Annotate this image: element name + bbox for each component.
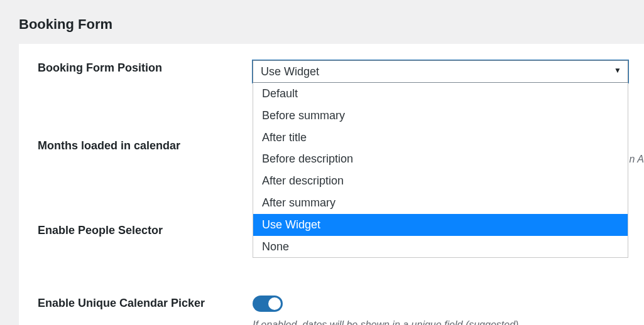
position-option-before-summary[interactable]: Before summary (253, 105, 628, 127)
chevron-down-icon: ▼ (614, 66, 621, 75)
calendar-picker-hint: If enabled, dates will be shown in a uni… (253, 319, 644, 325)
position-option-before-description[interactable]: Before description (253, 148, 628, 170)
position-option-after-title[interactable]: After title (253, 127, 628, 149)
position-option-none[interactable]: None (253, 236, 628, 258)
row-calendar-picker: Enable Unique Calendar Picker If enabled… (38, 296, 644, 325)
label-calendar-picker: Enable Unique Calendar Picker (38, 297, 205, 309)
label-people-selector: Enable People Selector (38, 224, 163, 237)
label-position: Booking Form Position (38, 61, 162, 74)
row-position: Booking Form Position Use Widget ▼ Defau… (38, 60, 644, 83)
position-option-use-widget[interactable]: Use Widget (253, 214, 628, 236)
settings-panel: Booking Form Position Use Widget ▼ Defau… (19, 44, 644, 325)
toggle-knob (268, 297, 281, 310)
position-option-default[interactable]: Default (253, 83, 628, 105)
calendar-picker-toggle[interactable] (253, 296, 283, 312)
months-hint-fragment: n A (630, 154, 644, 165)
position-select[interactable]: Use Widget ▼ (253, 60, 628, 83)
position-option-after-summary[interactable]: After summary (253, 192, 628, 214)
label-months: Months loaded in calendar (38, 139, 180, 152)
section-title: Booking Form (0, 0, 644, 44)
position-dropdown: Default Before summary After title Befor… (253, 83, 628, 258)
position-option-after-description[interactable]: After description (253, 170, 628, 192)
position-select-value: Use Widget (261, 65, 319, 78)
